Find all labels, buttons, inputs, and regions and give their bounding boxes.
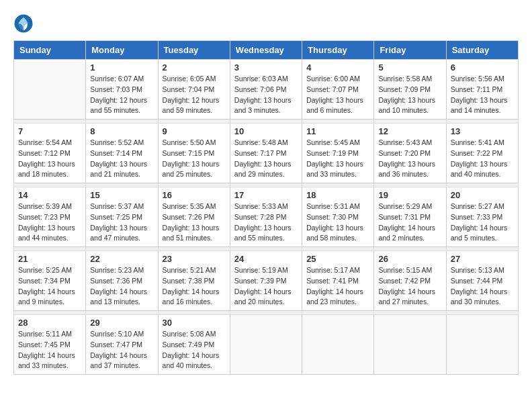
calendar-cell: 19Sunrise: 5:29 AMSunset: 7:31 PMDayligh… xyxy=(374,187,446,247)
weekday-header: Sunday xyxy=(14,41,86,60)
day-number: 25 xyxy=(306,254,369,264)
day-number: 28 xyxy=(18,318,81,328)
logo xyxy=(13,13,36,34)
day-number: 20 xyxy=(451,190,514,200)
day-info: Sunrise: 5:33 AMSunset: 7:28 PMDaylight:… xyxy=(234,201,298,244)
calendar-cell: 16Sunrise: 5:35 AMSunset: 7:26 PMDayligh… xyxy=(158,187,230,247)
day-info: Sunrise: 5:13 AMSunset: 7:44 PMDaylight:… xyxy=(451,265,514,308)
day-number: 29 xyxy=(90,318,153,328)
calendar-cell: 7Sunrise: 5:54 AMSunset: 7:12 PMDaylight… xyxy=(14,124,86,183)
day-info: Sunrise: 5:50 AMSunset: 7:15 PMDaylight:… xyxy=(163,138,226,180)
calendar-cell: 22Sunrise: 5:23 AMSunset: 7:36 PMDayligh… xyxy=(86,251,158,311)
day-info: Sunrise: 6:03 AMSunset: 7:06 PMDaylight:… xyxy=(234,74,298,116)
day-number: 23 xyxy=(163,254,226,264)
day-info: Sunrise: 5:54 AMSunset: 7:12 PMDaylight:… xyxy=(18,138,81,180)
day-number: 24 xyxy=(234,254,298,264)
calendar-cell: 15Sunrise: 5:37 AMSunset: 7:25 PMDayligh… xyxy=(86,187,158,247)
day-number: 18 xyxy=(306,190,369,200)
calendar-cell: 23Sunrise: 5:21 AMSunset: 7:38 PMDayligh… xyxy=(158,251,230,311)
calendar-cell xyxy=(14,60,86,120)
weekday-header: Saturday xyxy=(446,41,518,60)
calendar-cell: 6Sunrise: 5:56 AMSunset: 7:11 PMDaylight… xyxy=(446,60,518,120)
calendar-cell xyxy=(230,315,302,375)
calendar-cell: 8Sunrise: 5:52 AMSunset: 7:14 PMDaylight… xyxy=(86,124,158,183)
day-number: 17 xyxy=(234,190,298,200)
day-number: 16 xyxy=(163,190,226,200)
calendar-cell: 26Sunrise: 5:15 AMSunset: 7:42 PMDayligh… xyxy=(374,251,446,311)
calendar-cell: 1Sunrise: 6:07 AMSunset: 7:03 PMDaylight… xyxy=(86,60,158,120)
day-info: Sunrise: 5:27 AMSunset: 7:33 PMDaylight:… xyxy=(451,201,514,244)
calendar-cell: 24Sunrise: 5:19 AMSunset: 7:39 PMDayligh… xyxy=(230,251,302,311)
day-number: 1 xyxy=(90,62,153,73)
calendar-cell: 17Sunrise: 5:33 AMSunset: 7:28 PMDayligh… xyxy=(230,187,302,247)
weekday-header: Friday xyxy=(374,41,446,60)
calendar-cell: 29Sunrise: 5:10 AMSunset: 7:47 PMDayligh… xyxy=(86,315,158,375)
weekday-header: Tuesday xyxy=(158,41,230,60)
day-info: Sunrise: 5:11 AMSunset: 7:45 PMDaylight:… xyxy=(18,329,81,371)
day-number: 19 xyxy=(378,190,441,200)
calendar-week-row: 7Sunrise: 5:54 AMSunset: 7:12 PMDaylight… xyxy=(14,124,519,183)
calendar-cell: 27Sunrise: 5:13 AMSunset: 7:44 PMDayligh… xyxy=(446,251,518,311)
calendar-table: SundayMondayTuesdayWednesdayThursdayFrid… xyxy=(13,40,519,375)
day-number: 12 xyxy=(378,126,441,136)
day-info: Sunrise: 5:52 AMSunset: 7:14 PMDaylight:… xyxy=(90,138,153,180)
day-info: Sunrise: 5:31 AMSunset: 7:30 PMDaylight:… xyxy=(306,201,369,244)
day-number: 21 xyxy=(18,254,81,264)
day-info: Sunrise: 5:08 AMSunset: 7:49 PMDaylight:… xyxy=(163,329,226,371)
day-info: Sunrise: 5:25 AMSunset: 7:34 PMDaylight:… xyxy=(18,265,81,308)
day-info: Sunrise: 6:07 AMSunset: 7:03 PMDaylight:… xyxy=(90,74,153,116)
day-info: Sunrise: 6:00 AMSunset: 7:07 PMDaylight:… xyxy=(306,74,369,116)
calendar-cell: 18Sunrise: 5:31 AMSunset: 7:30 PMDayligh… xyxy=(302,187,374,247)
calendar-cell xyxy=(374,315,446,375)
calendar-cell: 25Sunrise: 5:17 AMSunset: 7:41 PMDayligh… xyxy=(302,251,374,311)
day-number: 10 xyxy=(234,126,298,136)
calendar-week-row: 14Sunrise: 5:39 AMSunset: 7:23 PMDayligh… xyxy=(14,187,519,247)
calendar-cell: 28Sunrise: 5:11 AMSunset: 7:45 PMDayligh… xyxy=(14,315,86,375)
day-number: 11 xyxy=(306,126,369,136)
day-number: 3 xyxy=(234,62,298,73)
day-number: 6 xyxy=(451,62,514,73)
calendar-cell: 4Sunrise: 6:00 AMSunset: 7:07 PMDaylight… xyxy=(302,60,374,120)
day-info: Sunrise: 5:45 AMSunset: 7:19 PMDaylight:… xyxy=(306,138,369,180)
day-number: 2 xyxy=(163,62,226,73)
day-number: 27 xyxy=(451,254,514,264)
day-info: Sunrise: 5:41 AMSunset: 7:22 PMDaylight:… xyxy=(451,138,514,180)
day-info: Sunrise: 5:37 AMSunset: 7:25 PMDaylight:… xyxy=(90,201,153,244)
calendar-cell: 12Sunrise: 5:43 AMSunset: 7:20 PMDayligh… xyxy=(374,124,446,183)
day-info: Sunrise: 5:43 AMSunset: 7:20 PMDaylight:… xyxy=(378,138,441,180)
calendar-cell: 5Sunrise: 5:58 AMSunset: 7:09 PMDaylight… xyxy=(374,60,446,120)
calendar-cell: 21Sunrise: 5:25 AMSunset: 7:34 PMDayligh… xyxy=(14,251,86,311)
day-number: 30 xyxy=(163,318,226,328)
day-info: Sunrise: 6:05 AMSunset: 7:04 PMDaylight:… xyxy=(163,74,226,116)
calendar-cell: 30Sunrise: 5:08 AMSunset: 7:49 PMDayligh… xyxy=(158,315,230,375)
day-info: Sunrise: 5:19 AMSunset: 7:39 PMDaylight:… xyxy=(234,265,298,308)
calendar-week-row: 28Sunrise: 5:11 AMSunset: 7:45 PMDayligh… xyxy=(14,315,519,375)
calendar-cell: 11Sunrise: 5:45 AMSunset: 7:19 PMDayligh… xyxy=(302,124,374,183)
day-info: Sunrise: 5:35 AMSunset: 7:26 PMDaylight:… xyxy=(163,201,226,244)
day-number: 22 xyxy=(90,254,153,264)
day-number: 9 xyxy=(163,126,226,136)
calendar-cell: 10Sunrise: 5:48 AMSunset: 7:17 PMDayligh… xyxy=(230,124,302,183)
day-number: 15 xyxy=(90,190,153,200)
calendar-cell xyxy=(302,315,374,375)
day-info: Sunrise: 5:39 AMSunset: 7:23 PMDaylight:… xyxy=(18,201,81,244)
calendar-cell: 3Sunrise: 6:03 AMSunset: 7:06 PMDaylight… xyxy=(230,60,302,120)
day-info: Sunrise: 5:23 AMSunset: 7:36 PMDaylight:… xyxy=(90,265,153,308)
day-number: 26 xyxy=(378,254,441,264)
day-number: 8 xyxy=(90,126,153,136)
day-info: Sunrise: 5:58 AMSunset: 7:09 PMDaylight:… xyxy=(378,74,441,116)
calendar-cell: 2Sunrise: 6:05 AMSunset: 7:04 PMDaylight… xyxy=(158,60,230,120)
day-info: Sunrise: 5:48 AMSunset: 7:17 PMDaylight:… xyxy=(234,138,298,180)
day-info: Sunrise: 5:56 AMSunset: 7:11 PMDaylight:… xyxy=(451,74,514,116)
calendar-cell xyxy=(446,315,518,375)
calendar-cell: 14Sunrise: 5:39 AMSunset: 7:23 PMDayligh… xyxy=(14,187,86,247)
day-number: 7 xyxy=(18,126,81,136)
day-number: 4 xyxy=(306,62,369,73)
logo-icon xyxy=(13,13,34,34)
day-info: Sunrise: 5:15 AMSunset: 7:42 PMDaylight:… xyxy=(378,265,441,308)
calendar-cell: 20Sunrise: 5:27 AMSunset: 7:33 PMDayligh… xyxy=(446,187,518,247)
day-info: Sunrise: 5:10 AMSunset: 7:47 PMDaylight:… xyxy=(90,329,153,371)
day-info: Sunrise: 5:29 AMSunset: 7:31 PMDaylight:… xyxy=(378,201,441,244)
weekday-header: Monday xyxy=(86,41,158,60)
day-number: 5 xyxy=(378,62,441,73)
